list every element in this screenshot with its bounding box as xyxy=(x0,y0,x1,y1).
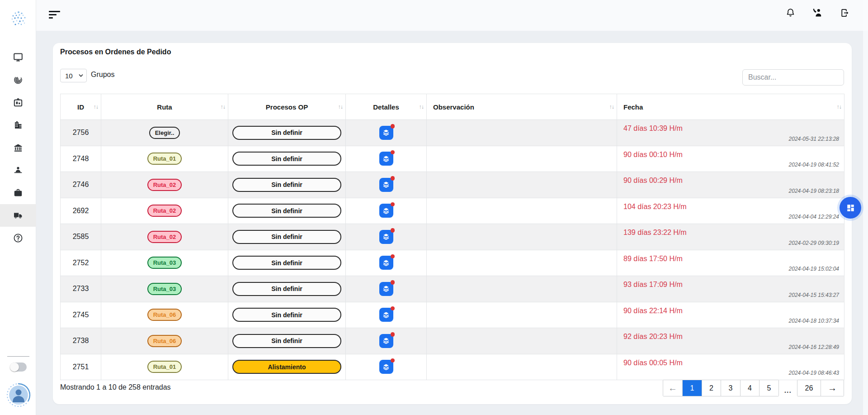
proceso-button[interactable]: Sin definir xyxy=(232,230,341,244)
cell-ruta: Ruta_02 xyxy=(101,198,228,224)
detalles-button[interactable] xyxy=(379,334,393,348)
person-desk-icon xyxy=(13,165,24,176)
ruta-badge[interactable]: Ruta_03 xyxy=(147,257,182,269)
cell-ruta: Ruta_01 xyxy=(101,354,228,380)
ruta-badge[interactable]: Ruta_02 xyxy=(147,231,182,243)
proceso-button[interactable]: Sin definir xyxy=(232,282,341,296)
cell-id: 2738 xyxy=(61,328,101,354)
table-info: Mostrando 1 a 10 de 258 entradas xyxy=(60,383,171,391)
theme-toggle[interactable] xyxy=(10,363,27,372)
cell-proceso: Sin definir xyxy=(228,120,346,146)
topbar-button-bell[interactable] xyxy=(785,8,796,19)
detalles-button[interactable] xyxy=(379,230,393,244)
ruta-badge[interactable]: Ruta_02 xyxy=(147,179,182,191)
timestamp-text: 2024-04-18 10:37:34 xyxy=(789,318,839,324)
column-header-id[interactable]: ID↑↓ xyxy=(61,94,101,120)
orders-table-wrapper: ID↑↓Ruta↑↓Procesos OP↑↓Detalles↑↓Observa… xyxy=(60,94,844,380)
menu-toggle-icon[interactable] xyxy=(49,11,61,19)
ruta-badge[interactable]: Ruta_02 xyxy=(147,205,182,217)
sidebar-item-truck[interactable] xyxy=(0,204,36,227)
sidebar-item-vault-case[interactable] xyxy=(0,91,36,114)
dashboard-icon xyxy=(846,204,855,212)
proceso-button[interactable]: Alistamiento xyxy=(232,360,341,374)
briefcase-icon xyxy=(13,187,24,198)
cell-proceso: Sin definir xyxy=(228,198,346,224)
detalles-button[interactable] xyxy=(379,152,393,166)
logout-icon xyxy=(840,8,850,20)
duration-text: 104 días 20:23 H/m xyxy=(623,203,844,211)
proceso-button[interactable]: Sin definir xyxy=(232,152,341,166)
timestamp-text: 2024-04-19 15:02:04 xyxy=(789,266,839,272)
column-header-fecha[interactable]: Fecha↑↓ xyxy=(617,94,844,120)
sidebar-item-building[interactable] xyxy=(0,114,36,136)
proceso-button[interactable]: Sin definir xyxy=(232,334,341,348)
ruta-badge[interactable]: Elegir.. xyxy=(149,127,180,139)
proceso-button[interactable]: Sin definir xyxy=(232,308,341,322)
detalles-button[interactable] xyxy=(379,204,393,218)
detalles-button[interactable] xyxy=(379,360,393,374)
proceso-button[interactable]: Sin definir xyxy=(232,204,341,218)
column-header-procesos-op[interactable]: Procesos OP↑↓ xyxy=(228,94,346,120)
ruta-badge[interactable]: Ruta_06 xyxy=(147,309,182,321)
pagination-page-4[interactable]: 4 xyxy=(740,380,760,396)
sidebar xyxy=(0,0,36,415)
column-header-ruta[interactable]: Ruta↑↓ xyxy=(101,94,228,120)
pagination-page-1[interactable]: 1 xyxy=(682,380,702,396)
sidebar-item-person-desk[interactable] xyxy=(0,159,36,181)
detalles-button[interactable] xyxy=(379,308,393,322)
ruta-badge[interactable]: Ruta_03 xyxy=(147,283,182,295)
sort-arrows-icon: ↑↓ xyxy=(221,104,226,110)
sidebar-divider xyxy=(7,356,29,357)
fingerprint-icon xyxy=(13,74,24,85)
notification-dot xyxy=(391,124,395,129)
sort-arrows-icon: ↑↓ xyxy=(338,104,343,110)
page-length-value: 10 xyxy=(65,72,73,80)
app-logo-icon[interactable] xyxy=(9,10,28,28)
cell-fecha: 93 días 17:09 H/m2024-04-15 15:43:27 xyxy=(617,276,844,302)
pagination-prev-button[interactable]: ← xyxy=(663,380,683,396)
search-input[interactable] xyxy=(742,69,844,86)
sidebar-item-briefcase[interactable] xyxy=(0,181,36,204)
user-avatar[interactable] xyxy=(5,382,32,408)
column-header-detalles[interactable]: Detalles↑↓ xyxy=(346,94,427,120)
pagination-next-button[interactable]: → xyxy=(821,380,844,396)
topbar-button-logout[interactable] xyxy=(839,8,850,19)
pagination-page-3[interactable]: 3 xyxy=(721,380,740,396)
sidebar-item-help[interactable] xyxy=(0,227,36,249)
ruta-badge[interactable]: Ruta_01 xyxy=(147,361,182,373)
floating-dashboard-button[interactable] xyxy=(840,197,861,219)
table-row: 2751Ruta_01Alistamiento90 días 00:05 H/m… xyxy=(61,354,844,380)
cell-proceso: Alistamiento xyxy=(228,354,346,380)
pagination-page-5[interactable]: 5 xyxy=(759,380,778,396)
help-icon xyxy=(13,233,24,243)
column-label: Detalles xyxy=(373,103,399,111)
sidebar-item-bank[interactable] xyxy=(0,136,36,159)
timestamp-text: 2024-04-19 08:41:52 xyxy=(789,162,839,168)
cell-detalles xyxy=(346,328,427,354)
pagination-page-26[interactable]: 26 xyxy=(797,380,821,396)
ruta-badge[interactable]: Ruta_01 xyxy=(147,153,182,165)
cell-observacion xyxy=(427,354,617,380)
cell-observacion xyxy=(427,224,617,250)
proceso-button[interactable]: Sin definir xyxy=(232,178,341,192)
bell-icon xyxy=(785,8,796,20)
topbar-button-support-person[interactable] xyxy=(812,8,823,19)
timestamp-text: 2024-04-19 08:46:43 xyxy=(789,370,839,376)
duration-text: 92 días 20:23 H/m xyxy=(623,333,844,341)
chevron-down-icon xyxy=(78,73,84,78)
pagination-page-2[interactable]: 2 xyxy=(702,380,721,396)
bank-icon xyxy=(13,142,24,153)
ruta-badge[interactable]: Ruta_06 xyxy=(147,335,182,347)
sidebar-item-monitor[interactable] xyxy=(0,46,36,68)
detalles-button[interactable] xyxy=(379,282,393,296)
detalles-button[interactable] xyxy=(379,256,393,270)
detalles-button[interactable] xyxy=(379,178,393,192)
scrollbar-track[interactable] xyxy=(863,0,868,415)
column-header-observaci-n[interactable]: Observación↑↓ xyxy=(427,94,617,120)
sidebar-item-fingerprint[interactable] xyxy=(0,68,36,91)
table-row: 2748Ruta_01Sin definir90 días 00:10 H/m2… xyxy=(61,146,844,172)
proceso-button[interactable]: Sin definir xyxy=(232,126,341,140)
page-length-select[interactable]: 10 xyxy=(60,69,87,82)
detalles-button[interactable] xyxy=(379,126,393,140)
proceso-button[interactable]: Sin definir xyxy=(232,256,341,270)
